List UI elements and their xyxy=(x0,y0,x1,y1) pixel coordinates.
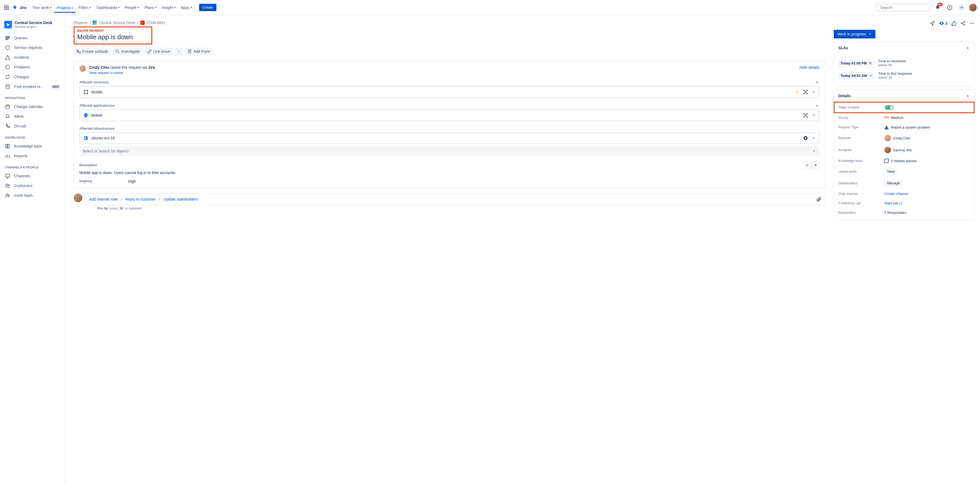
detail-value[interactable]: Report a system problem xyxy=(885,125,930,129)
link-issue-button[interactable]: Link issue xyxy=(145,48,173,55)
detail-value[interactable]: Manage xyxy=(885,180,902,186)
issue-title[interactable]: Mobile app is down xyxy=(77,33,149,41)
create-subtask-button[interactable]: Create subtask xyxy=(74,48,110,55)
object-search-field[interactable]: Select or search for objects xyxy=(80,146,819,156)
chevron-up-icon[interactable] xyxy=(815,80,819,84)
feedback-icon[interactable] xyxy=(930,21,935,26)
investigate-button[interactable]: Investigate xyxy=(113,48,143,55)
breadcrumb-issue[interactable]: ITSM-6851 xyxy=(147,21,165,25)
svg-point-37 xyxy=(84,93,85,94)
search-input[interactable] xyxy=(880,5,928,10)
attachment-icon[interactable] xyxy=(816,197,821,202)
check-icon xyxy=(869,74,872,78)
detail-value[interactable]: 3 related articles xyxy=(885,159,916,163)
description-confirm-button[interactable] xyxy=(803,161,811,169)
detail-value[interactable]: 2 Responders xyxy=(885,211,906,215)
major-incident-toggle[interactable] xyxy=(885,105,894,109)
detail-row-assignee: AssigneeSammy Vito xyxy=(834,144,974,156)
sidebar-icon xyxy=(5,183,10,189)
breadcrumb-projects[interactable]: Projects xyxy=(74,21,88,25)
sidebar-item-incidents[interactable]: Incidents xyxy=(2,52,62,62)
sidebar-item-service-requests[interactable]: Service requests xyxy=(2,43,62,52)
sidebar-item-alerts[interactable]: Alerts xyxy=(2,111,62,121)
sidebar-item-customers[interactable]: Customers xyxy=(2,181,62,190)
chevron-down-icon[interactable] xyxy=(812,90,816,94)
detail-value[interactable] xyxy=(885,105,894,109)
nav-item-plans[interactable]: Plans ▾ xyxy=(142,3,159,12)
search-box[interactable] xyxy=(876,4,930,11)
affected-infra-field[interactable]: ubuntu-srv-16 xyxy=(80,132,819,144)
link-issue-dropdown[interactable] xyxy=(175,48,183,55)
detail-value[interactable]: View xyxy=(885,168,897,175)
sidebar-item-invite-team[interactable]: Invite team xyxy=(2,190,62,200)
sidebar-icon xyxy=(5,153,10,159)
chevron-up-icon[interactable] xyxy=(815,103,819,108)
graph-icon[interactable] xyxy=(803,90,808,94)
remove-icon[interactable] xyxy=(803,136,808,141)
action-pill[interactable]: View xyxy=(885,168,897,175)
app-switcher-icon[interactable] xyxy=(3,4,10,11)
sidebar-item-on-call[interactable]: On-call xyxy=(2,121,62,131)
like-icon[interactable] xyxy=(951,21,957,26)
detail-key: Conference call xyxy=(838,202,885,205)
project-type: Service project xyxy=(14,25,52,29)
nav-item-filters[interactable]: Filters ▾ xyxy=(76,3,94,12)
nav-item-people[interactable]: People ▾ xyxy=(122,3,142,12)
sidebar-item-problems[interactable]: Problems xyxy=(2,62,62,72)
sidebar-item-reports[interactable]: Reports xyxy=(2,151,62,161)
notifications-button[interactable]: 9+ xyxy=(934,3,942,12)
status-button[interactable]: Work in progress xyxy=(834,30,875,38)
chevron-down-icon[interactable] xyxy=(812,136,816,140)
nav-item-apps[interactable]: Apps ▾ xyxy=(178,3,195,12)
sidebar-item-post-incident-re-[interactable]: Post-incident re...NEW xyxy=(2,82,62,92)
more-icon[interactable] xyxy=(969,21,975,26)
server-icon xyxy=(83,135,89,141)
breadcrumb-project[interactable]: Central Service Desk xyxy=(99,21,135,25)
link[interactable]: Start call xyxy=(885,201,902,205)
watch-button[interactable]: 2 xyxy=(939,21,948,26)
sidebar-item-change-calendar[interactable]: Change calendar xyxy=(2,102,62,111)
create-button[interactable]: Create xyxy=(199,4,216,11)
nav-item-your-work[interactable]: Your work ▾ xyxy=(30,3,54,12)
sidebar-item-knowledge-base[interactable]: Knowledge base xyxy=(2,141,62,151)
share-icon[interactable] xyxy=(961,21,966,26)
notif-badge: 9+ xyxy=(937,3,943,6)
link[interactable]: Create channel xyxy=(885,192,908,196)
slas-header[interactable]: SLAs xyxy=(834,42,974,54)
add-internal-note-tab[interactable]: Add internal note xyxy=(89,197,118,202)
graph-icon[interactable] xyxy=(803,113,808,118)
user-avatar[interactable] xyxy=(969,4,977,11)
jira-logo[interactable]: Jira xyxy=(12,4,26,11)
details-header[interactable]: Details xyxy=(834,90,974,102)
settings-button[interactable] xyxy=(957,3,966,12)
sidebar-item-channels[interactable]: Channels xyxy=(2,171,62,181)
affected-services-field[interactable]: Mobile ⚠ xyxy=(80,86,819,98)
detail-value[interactable]: Create channel xyxy=(885,192,908,196)
nav-item-dashboards[interactable]: Dashboards ▾ xyxy=(94,3,122,12)
hide-details-button[interactable]: Hide details xyxy=(800,65,819,70)
detail-value[interactable]: Cindy Chiu xyxy=(885,135,910,141)
add-form-button[interactable]: Add Form xyxy=(185,48,213,55)
nav-item-insight[interactable]: Insight ▾ xyxy=(159,3,178,12)
sidebar-item-queues[interactable]: Queues xyxy=(2,33,62,43)
detail-value[interactable]: Start call xyxy=(885,201,902,205)
description-cancel-button[interactable] xyxy=(812,161,819,169)
nav-item-projects[interactable]: Projects ▾ xyxy=(54,3,76,13)
update-stakeholders-tab[interactable]: Update stakeholders xyxy=(163,197,198,202)
chevron-down-icon[interactable] xyxy=(812,113,816,117)
detail-value[interactable]: Sammy Vito xyxy=(885,147,912,153)
help-button[interactable] xyxy=(945,3,954,12)
project-header[interactable]: Central Service Desk Service project xyxy=(2,21,62,33)
external-link-icon xyxy=(899,202,902,205)
view-in-portal-link[interactable]: View request in portal xyxy=(89,71,155,75)
sidebar-item-changes[interactable]: Changes xyxy=(2,72,62,82)
detail-value[interactable]: Medium xyxy=(885,116,904,120)
form-icon xyxy=(188,49,192,54)
action-pill[interactable]: Manage xyxy=(885,180,902,186)
comment-input[interactable]: Add internal note / Reply to customer / … xyxy=(86,194,825,205)
affected-apps-field[interactable]: Mobile xyxy=(80,109,819,121)
help-icon xyxy=(947,5,952,10)
reply-to-customer-tab[interactable]: Reply to customer xyxy=(126,197,156,202)
description-value[interactable]: Mobile app is down. Users cannot log in … xyxy=(80,171,819,175)
urgency-value[interactable]: High xyxy=(128,179,136,184)
